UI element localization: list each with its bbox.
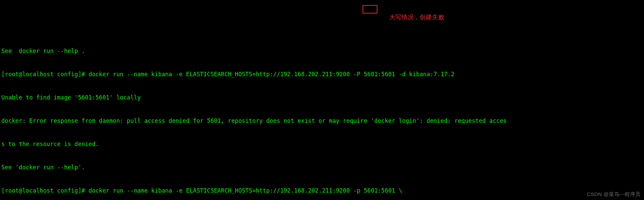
- help-line: See docker run --help .: [1, 47, 643, 55]
- shell-prompt: [root@localhost config]#: [1, 187, 89, 194]
- prompt-line-2: [root@localhost config]# docker run --na…: [1, 187, 643, 195]
- error-line-1: Unable to find image '5601:5601' locally: [1, 94, 643, 102]
- command-1: docker run --name kibana -e ELASTICSEARC…: [89, 71, 454, 78]
- annotation-text: 大写情况，创建失败: [389, 14, 444, 20]
- error-line-3: s to the resource is denied.: [1, 140, 643, 148]
- error-line-4: See 'docker run --help'.: [1, 164, 643, 171]
- shell-prompt: [root@localhost config]#: [1, 71, 89, 78]
- prompt-line-1: [root@localhost config]# docker run --na…: [1, 70, 643, 78]
- terminal-output[interactable]: See docker run --help . [root@localhost …: [0, 31, 644, 200]
- error-line-2: docker: Error response from daemon: pull…: [1, 117, 643, 125]
- command-2a: docker run --name kibana -e ELASTICSEARC…: [89, 187, 402, 194]
- annotation-box: [363, 5, 377, 13]
